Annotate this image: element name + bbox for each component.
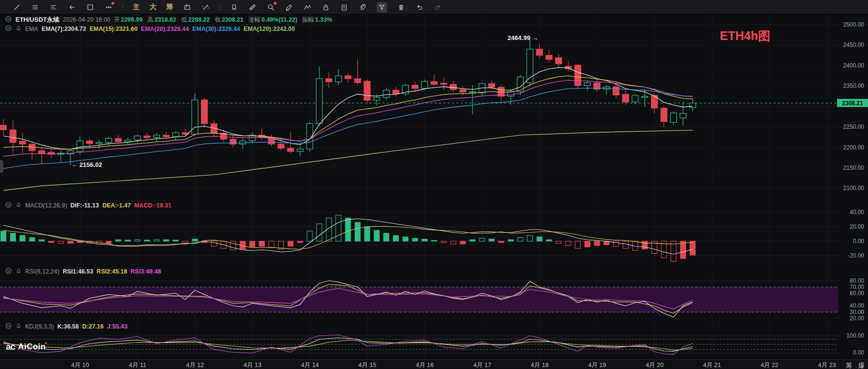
axis-tick-label: -20.00 (830, 252, 864, 259)
kdj-name: KDJ(9,3,3) (25, 323, 54, 330)
aicoin-wordmark: AiCoin (18, 342, 46, 352)
date-label: 4月 23 (818, 361, 836, 369)
symbol-name[interactable]: ETH/USDT永续 (15, 15, 59, 24)
ohlc-field: 高2318.82 (147, 16, 176, 24)
axis-tick-label: 0.00 (830, 349, 864, 356)
date-label: 4月 14 (301, 361, 319, 369)
clipboard-icon[interactable] (340, 3, 349, 12)
more-dots-icon[interactable] (104, 3, 113, 12)
notification-badge (112, 2, 114, 5)
kdj-indicator-bar: KDJ(9,3,3)K:36.58D:27.16J:55.43 (5, 322, 127, 331)
date-label: 4月 10 (71, 361, 89, 369)
ohlc-field: 开2296.99 (114, 16, 143, 24)
undo-icon[interactable] (415, 3, 424, 12)
draw-line-tool-icon[interactable] (13, 3, 21, 12)
trash-icon[interactable] (397, 3, 406, 12)
collapse-chevron-icon[interactable] (5, 15, 12, 24)
collapse-chevron-icon[interactable] (5, 201, 12, 210)
ema-value: EMA(7):2304.72 (42, 26, 86, 32)
toolbar-text-main[interactable]: 主 (133, 2, 140, 12)
toolbar-text-big[interactable]: 大 (150, 2, 157, 12)
logo-red-dot (45, 342, 47, 344)
macd-indicator-bar: MACD(12,26,9)DIF:-11.13DEA:-1.47MACD:-19… (5, 201, 171, 210)
axis-tick-label: 100.00 (830, 332, 864, 339)
toolbar-text-chips[interactable]: 筹 (166, 2, 173, 12)
bookmark-icon[interactable] (230, 3, 238, 12)
replay-icon[interactable] (183, 3, 192, 12)
ema-name: EMA (25, 26, 38, 32)
date-label: 4月 22 (761, 361, 779, 369)
axis-tick-label: 30.00 (830, 309, 864, 315)
ohlc-field: 振幅1.33% (302, 16, 332, 24)
time-axis[interactable]: 4月 104月 114月 124月 134月 144月 154月 164月 17… (0, 359, 868, 369)
pen-adjust-icon[interactable] (201, 3, 210, 12)
rsi-value: RSI3:49.48 (130, 268, 161, 275)
kdj-value: J:55.43 (107, 323, 127, 330)
corner-tool-label[interactable]: 爆 (858, 361, 865, 369)
rsi-name: RSI(6,12,24) (25, 268, 59, 275)
alert-bell-icon[interactable] (15, 25, 22, 33)
redo-icon[interactable] (434, 3, 442, 12)
date-label: 4月 19 (588, 361, 606, 369)
alert-bell-icon[interactable] (15, 268, 22, 276)
aicoin-logo: ac AiCoin (6, 342, 46, 352)
ema-value: EMA(120):2242.00 (244, 26, 295, 32)
toolbar: 主大筹 (0, 0, 868, 14)
date-label: 4月 11 (129, 361, 146, 369)
ema-value: EMA(20):2326.44 (141, 26, 189, 32)
signature-pen-icon[interactable] (285, 3, 294, 12)
funnel-icon[interactable] (377, 2, 387, 13)
lock-icon[interactable] (322, 3, 330, 12)
ema-value: EMA(30):2326.44 (192, 26, 240, 32)
alert-bell-icon[interactable] (15, 323, 22, 331)
axis-tick-label: 2250.00 (830, 123, 864, 130)
corner-tool-label[interactable]: 筹 (846, 361, 852, 369)
ohlc-field: 涨幅0.49%(11.22) (248, 16, 297, 24)
arrow-tool-icon[interactable] (68, 3, 76, 12)
ruler-icon[interactable] (248, 3, 257, 12)
macd-value: DEA:-1.47 (102, 202, 131, 209)
low-annotation: ← 2156.02 (71, 161, 102, 168)
date-label: 4月 21 (703, 361, 721, 369)
toolbar-separator (123, 4, 123, 11)
menu-lines-icon[interactable] (31, 3, 40, 12)
date-label: 4月 16 (416, 361, 434, 369)
date-label: 4月 15 (359, 361, 377, 369)
app-root: 主大筹 ETH/USDT永续 2026-04-20 16:00 开2296.99… (0, 0, 868, 369)
collapse-chevron-icon[interactable] (5, 322, 12, 331)
axis-tick-label: 2450.00 (830, 41, 864, 48)
ohlc-fields: 开2296.99高2318.82低2288.22收2308.21涨幅0.49%(… (114, 16, 333, 24)
alert-bell-icon[interactable] (15, 202, 22, 210)
kdj-value: K:36.58 (57, 323, 79, 330)
date-label: 4月 20 (646, 361, 664, 369)
wave-icon[interactable] (303, 3, 312, 12)
menu-list-icon[interactable] (49, 3, 58, 12)
zoom-search-icon[interactable] (266, 3, 275, 12)
ema-indicator-bar: EMAEMA(7):2304.72EMA(15):2321.60EMA(20):… (5, 24, 295, 34)
axis-tick-label: 40.00 (830, 302, 864, 309)
axis-tick-label: 0.00 (830, 238, 864, 245)
axis-tick-label: 2400.00 (830, 62, 864, 69)
macd-value: DIF:-11.13 (70, 202, 99, 209)
ohlc-field: 收2308.21 (215, 16, 244, 24)
collapse-chevron-icon[interactable] (5, 25, 12, 33)
drawing-panel-handle[interactable] (0, 160, 3, 173)
axis-tick-label: 2150.00 (830, 164, 864, 171)
collapse-chevron-icon[interactable] (5, 267, 12, 276)
candle-datetime: 2026-04-20 16:00 (63, 16, 111, 23)
axis-tick-label: 60.00 (830, 290, 864, 297)
chart-canvas[interactable] (0, 0, 868, 369)
axis-tick-label: 70.00 (830, 284, 864, 290)
rsi-value: RSI2:45.18 (97, 268, 127, 275)
chart-title-label: ETH4h图 (720, 28, 770, 44)
macd-name: MACD(12,26,9) (25, 202, 67, 209)
date-label: 4月 13 (244, 361, 262, 369)
symbol-info-bar: ETH/USDT永续 2026-04-20 16:00 开2296.99高231… (5, 15, 332, 25)
axis-tick-label: 2500.00 (830, 21, 864, 28)
axis-tick-label: 2200.00 (830, 144, 864, 151)
rect-tool-icon[interactable] (86, 3, 95, 12)
notification-badge (274, 2, 277, 5)
paperclip-icon[interactable] (358, 3, 367, 12)
high-annotation: 2464.99 → (483, 34, 538, 41)
macd-value: MACD:-19.31 (134, 202, 171, 209)
